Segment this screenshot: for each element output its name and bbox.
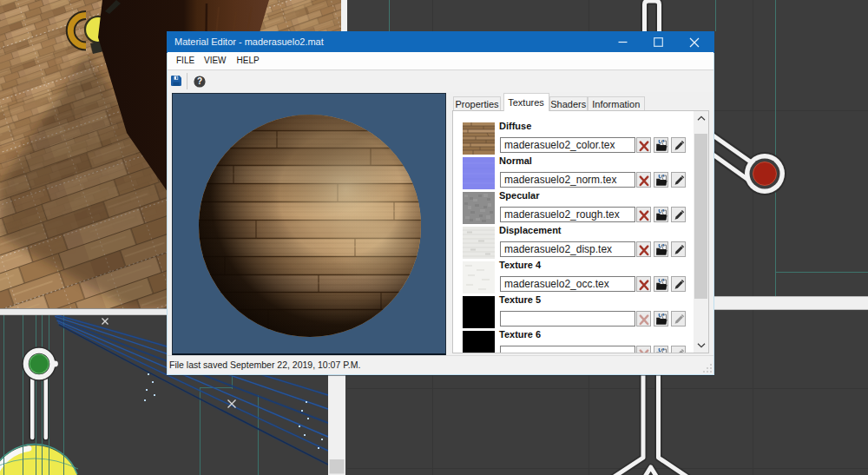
svg-text:?: ? (197, 76, 202, 86)
